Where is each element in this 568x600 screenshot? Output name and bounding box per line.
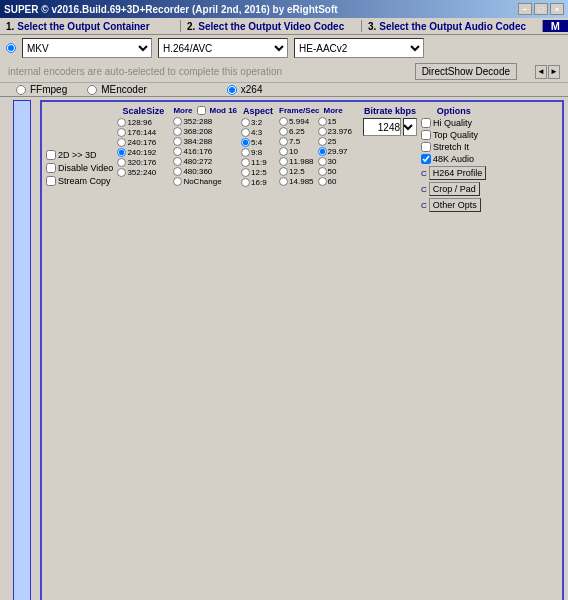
disable-video-checkbox[interactable] xyxy=(46,163,56,173)
scale-352-radio[interactable] xyxy=(117,168,126,177)
stretch-label: Stretch It xyxy=(433,142,469,152)
aspect-98-radio[interactable] xyxy=(241,148,250,157)
scale-368-radio[interactable] xyxy=(173,127,182,136)
scale-240192-radio[interactable] xyxy=(117,148,126,157)
hi-quality-label: Hi Quality xyxy=(433,118,472,128)
fps-60-radio[interactable] xyxy=(318,177,327,186)
scale-320-radio[interactable] xyxy=(117,158,126,167)
section1-num: 1. xyxy=(6,21,14,32)
scale-480272-radio[interactable] xyxy=(173,157,182,166)
h264-profile-button[interactable]: H264 Profile xyxy=(429,166,487,180)
scale-nochange-radio[interactable] xyxy=(173,177,182,186)
mencoder-radio[interactable] xyxy=(87,85,97,95)
minimize-button[interactable]: − xyxy=(518,3,532,15)
maximize-button[interactable]: □ xyxy=(534,3,548,15)
fps-50-radio[interactable] xyxy=(318,167,327,176)
aspect-125-radio[interactable] xyxy=(241,168,250,177)
section2-label[interactable]: Select the Output Video Codec xyxy=(198,21,344,32)
bitrate-select[interactable]: ▼ xyxy=(403,118,417,136)
video-codec-select[interactable]: H.264/AVCH.265/HEVC xyxy=(158,38,288,58)
x264-label: x264 xyxy=(241,84,263,95)
hi-quality-checkbox[interactable] xyxy=(421,118,431,128)
container-select[interactable]: MKVMP4AVI xyxy=(22,38,152,58)
container-radio[interactable] xyxy=(6,43,16,53)
scale-480360-radio[interactable] xyxy=(173,167,182,176)
x264-radio[interactable] xyxy=(227,85,237,95)
scale-240176-radio[interactable] xyxy=(117,138,126,147)
options-header: Options xyxy=(421,106,486,116)
audio48k-checkbox[interactable] xyxy=(421,154,431,164)
m-button[interactable]: M xyxy=(543,20,568,32)
mod16-checkbox[interactable] xyxy=(197,106,206,115)
aspect-43-radio[interactable] xyxy=(241,128,250,137)
section2-num: 2. xyxy=(187,21,195,32)
aspect-169-radio[interactable] xyxy=(241,178,250,187)
fps-125-radio[interactable] xyxy=(279,167,288,176)
aspect-119-radio[interactable] xyxy=(241,158,250,167)
fps-625-radio[interactable] xyxy=(279,127,288,136)
close-button[interactable]: × xyxy=(550,3,564,15)
directshow-btn-left[interactable]: ◄ xyxy=(535,65,547,79)
ffmpeg-radio[interactable] xyxy=(16,85,26,95)
fps-23976-radio[interactable] xyxy=(318,127,327,136)
top-quality-checkbox[interactable] xyxy=(421,130,431,140)
fps-10-radio[interactable] xyxy=(279,147,288,156)
fps-5994-radio[interactable] xyxy=(279,117,288,126)
2d3d-label: 2D >> 3D xyxy=(58,150,97,160)
scale-128-radio[interactable] xyxy=(117,118,126,127)
app-title: SUPER © v2016.Build.69+3D+Recorder (Apri… xyxy=(4,4,338,15)
crop-pad-button[interactable]: Crop / Pad xyxy=(429,182,480,196)
ffmpeg-label: FFmpeg xyxy=(30,84,67,95)
stretch-checkbox[interactable] xyxy=(421,142,431,152)
top-quality-label: Top Quality xyxy=(433,130,478,140)
fps-2997-radio[interactable] xyxy=(318,147,327,156)
aspect-54-radio[interactable] xyxy=(241,138,250,147)
internal-encoders-note: internal encoders are auto-selected to c… xyxy=(8,66,282,77)
crop-pad-indicator: C xyxy=(421,185,427,194)
other-opts-indicator: C xyxy=(421,201,427,210)
fps-75-radio[interactable] xyxy=(279,137,288,146)
directshow-btn-right[interactable]: ► xyxy=(548,65,560,79)
scale-176-radio[interactable] xyxy=(117,128,126,137)
scale-352288-radio[interactable] xyxy=(173,117,182,126)
section3-num: 3. xyxy=(368,21,376,32)
fps-15-radio[interactable] xyxy=(318,117,327,126)
other-opts-button[interactable]: Other Opts xyxy=(429,198,481,212)
title-bar: SUPER © v2016.Build.69+3D+Recorder (Apri… xyxy=(0,0,568,18)
directshow-button[interactable]: DirectShow Decode xyxy=(415,63,517,80)
section1-label[interactable]: Select the Output Container xyxy=(17,21,149,32)
window-controls: − □ × xyxy=(518,3,564,15)
stream-copy-video-label: Stream Copy xyxy=(58,176,111,186)
h264-profile-indicator: C xyxy=(421,169,427,178)
section3-label[interactable]: Select the Output Audio Codec xyxy=(379,21,526,32)
video-side-tab: VIDEO xyxy=(13,100,31,600)
bitrate-header: Bitrate kbps xyxy=(364,106,416,116)
fps-14985-radio[interactable] xyxy=(279,177,288,186)
fps-25-radio[interactable] xyxy=(318,137,327,146)
fps-11988-radio[interactable] xyxy=(279,157,288,166)
fps-header: Frame/Sec More xyxy=(279,106,359,115)
scale-416-radio[interactable] xyxy=(173,147,182,156)
aspect-header: Aspect xyxy=(241,106,275,116)
fps-30-radio[interactable] xyxy=(318,157,327,166)
audio48k-label: 48K Audio xyxy=(433,154,474,164)
scale-header: ScaleSize xyxy=(117,106,169,116)
aspect-32-radio[interactable] xyxy=(241,118,250,127)
disable-video-label: Disable Video xyxy=(58,163,113,173)
audio-codec-select[interactable]: HE-AACv2AACMP3 xyxy=(294,38,424,58)
2d3d-checkbox[interactable] xyxy=(46,150,56,160)
mencoder-label: MEncoder xyxy=(101,84,147,95)
scale-384-radio[interactable] xyxy=(173,137,182,146)
more-header: More Mod 16 xyxy=(173,106,237,115)
stream-copy-video-checkbox[interactable] xyxy=(46,176,56,186)
bitrate-input[interactable]: 1248 xyxy=(363,118,401,136)
